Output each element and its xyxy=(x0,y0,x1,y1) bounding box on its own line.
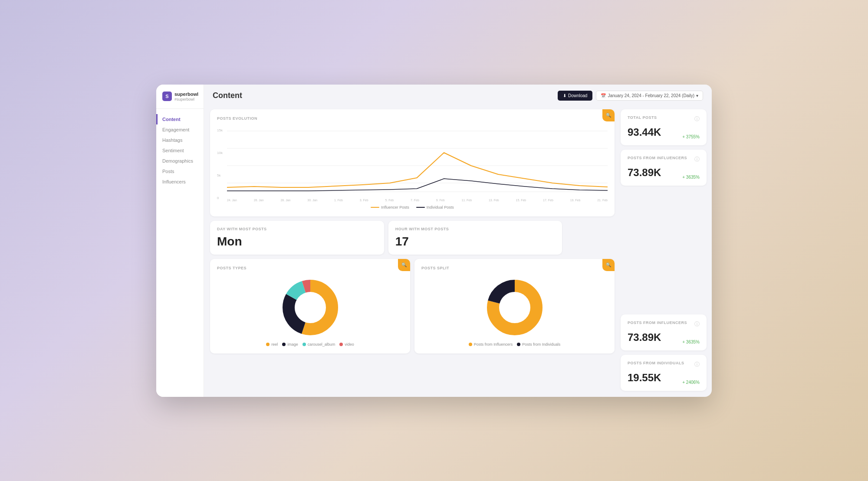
posts-influencers-top-card: POSTS FROM INFLUENCERS ⓘ 73.89K + 3635% xyxy=(621,150,707,186)
main-content: Content ⬇ Download 📅 January 24, 2024 - … xyxy=(204,85,712,397)
dot-reel xyxy=(266,343,270,346)
total-posts-card: TOTAL POSTS ⓘ 93.44K + 3755% xyxy=(621,109,707,145)
x-label-10: 13. Feb xyxy=(489,199,499,202)
dot-individuals xyxy=(517,343,520,346)
posts-split-title: POSTS SPLIT xyxy=(421,266,449,270)
posts-split-legend: Posts from Influencers Posts from Indivi… xyxy=(469,342,561,347)
posts-influencers-top-header: POSTS FROM INFLUENCERS ⓘ xyxy=(628,156,700,163)
page-title: Content xyxy=(213,91,242,100)
posts-evolution-card: 🔍 POSTS EVOLUTION 15k 10k 5k 0 xyxy=(210,109,615,216)
posts-types-donut xyxy=(280,277,341,338)
posts-types-card: 🔍 POSTS TYPES xyxy=(210,259,410,353)
body-layout: 🔍 POSTS EVOLUTION 15k 10k 5k 0 xyxy=(204,105,712,397)
hour-most-posts-card: HOUR WITH MOST POSTS 17 xyxy=(388,221,562,255)
donut-row: 🔍 POSTS TYPES xyxy=(210,259,615,353)
chart-legend: Influencer Posts Individual Posts xyxy=(217,205,608,209)
small-cards-row: DAY WITH MOST POSTS Mon HOUR WITH MOST P… xyxy=(210,221,615,255)
posts-split-card: 🔍 POSTS SPLIT xyxy=(414,259,615,353)
legend-influencer: Influencer Posts xyxy=(371,205,409,209)
sidebar-item-content[interactable]: Content xyxy=(156,114,204,124)
legend-video: video xyxy=(339,342,354,347)
legend-reel: reel xyxy=(266,342,278,347)
y-label-15k: 15k xyxy=(217,128,223,132)
posts-influencers-bottom-title: POSTS FROM INFLUENCERS xyxy=(628,321,687,325)
day-most-posts-value: Mon xyxy=(217,235,377,249)
header: Content ⬇ Download 📅 January 24, 2024 - … xyxy=(204,85,712,105)
posts-types-title: POSTS TYPES xyxy=(217,266,247,270)
total-posts-title: TOTAL POSTS xyxy=(628,115,657,120)
posts-types-corner-icon: 🔍 xyxy=(398,259,410,271)
posts-influencers-top-info-icon: ⓘ xyxy=(694,156,700,163)
sidebar-item-sentiment[interactable]: Sentiment xyxy=(156,145,204,156)
x-label-14: 21. Feb xyxy=(597,199,608,202)
hour-most-posts-title: HOUR WITH MOST POSTS xyxy=(395,227,556,231)
sidebar-item-posts[interactable]: Posts xyxy=(156,166,204,177)
posts-influencers-bottom-info-icon: ⓘ xyxy=(694,321,700,328)
y-label-0: 0 xyxy=(217,196,223,200)
app-name: superbowl xyxy=(174,92,198,97)
posts-evolution-corner-icon: 🔍 xyxy=(602,109,615,121)
posts-influencers-bottom-header: POSTS FROM INFLUENCERS ⓘ xyxy=(628,321,700,328)
svg-point-12 xyxy=(500,292,530,323)
total-posts-info-icon: ⓘ xyxy=(694,115,700,123)
posts-split-title-row: POSTS SPLIT xyxy=(421,266,608,273)
dot-influencers xyxy=(469,343,472,346)
legend-dot-influencer xyxy=(371,207,379,208)
posts-individuals-change: + 2406% xyxy=(682,380,700,385)
x-label-12: 17. Feb xyxy=(543,199,553,202)
total-posts-change: + 3755% xyxy=(682,134,700,139)
calendar-icon: 📅 xyxy=(601,93,606,98)
sidebar: S superbowl #superbowl Content Engagemen… xyxy=(156,85,204,397)
total-posts-header: TOTAL POSTS ⓘ xyxy=(628,115,700,123)
posts-evolution-title-row: POSTS EVOLUTION xyxy=(217,116,608,123)
posts-evolution-title: POSTS EVOLUTION xyxy=(217,116,257,121)
download-icon: ⬇ xyxy=(563,93,566,98)
x-label-4: 1. Feb xyxy=(334,199,343,202)
date-filter[interactable]: 📅 January 24, 2024 - February 22, 2024 (… xyxy=(596,91,703,101)
x-label-1: 26. Jan xyxy=(254,199,264,202)
posts-influencers-top-change: + 3635% xyxy=(682,175,700,180)
posts-evolution-svg xyxy=(227,127,608,196)
right-spacer xyxy=(621,190,707,310)
posts-individuals-header: POSTS FROM INDIVIDUALS ⓘ xyxy=(628,361,700,368)
posts-individuals-info-icon: ⓘ xyxy=(694,361,700,368)
posts-influencers-bottom-stat-row: 73.89K + 3635% xyxy=(628,331,700,344)
posts-split-corner-icon: 🔍 xyxy=(602,259,615,271)
legend-individual: Individual Posts xyxy=(416,205,454,209)
sidebar-logo: S superbowl #superbowl xyxy=(156,92,204,109)
x-label-13: 19. Feb xyxy=(570,199,581,202)
legend-image: image xyxy=(282,342,298,347)
x-label-3: 30. Jan xyxy=(307,199,317,202)
posts-individuals-title: POSTS FROM INDIVIDUALS xyxy=(628,361,684,365)
y-label-10k: 10k xyxy=(217,151,223,155)
x-label-2: 28. Jan xyxy=(280,199,290,202)
posts-influencers-bottom-value: 73.89K xyxy=(628,331,661,344)
sidebar-item-influencers[interactable]: Influencers xyxy=(156,177,204,187)
sidebar-nav: Content Engagement Hashtags Sentiment De… xyxy=(156,109,204,192)
y-label-5k: 5k xyxy=(217,173,223,177)
total-posts-value: 93.44K xyxy=(628,126,661,138)
x-label-6: 5. Feb xyxy=(385,199,394,202)
center-panel: 🔍 POSTS EVOLUTION 15k 10k 5k 0 xyxy=(204,105,621,397)
posts-influencers-top-stat-row: 73.89K + 3635% xyxy=(628,167,700,180)
day-most-posts-card: DAY WITH MOST POSTS Mon xyxy=(210,221,384,255)
posts-individuals-value: 19.55K xyxy=(628,372,661,384)
x-label-7: 7. Feb xyxy=(411,199,419,202)
posts-influencers-bottom-change: + 3635% xyxy=(682,340,700,344)
x-label-9: 11. Feb xyxy=(461,199,472,202)
chevron-down-icon: ▾ xyxy=(696,93,698,98)
sidebar-item-engagement[interactable]: Engagement xyxy=(156,124,204,135)
x-label-11: 15. Feb xyxy=(516,199,526,202)
legend-dot-individual xyxy=(416,207,425,208)
right-panel: TOTAL POSTS ⓘ 93.44K + 3755% POSTS FROM … xyxy=(621,105,712,397)
legend-individuals-split: Posts from Individuals xyxy=(517,342,560,347)
posts-influencers-top-title: POSTS FROM INFLUENCERS xyxy=(628,156,687,160)
sidebar-item-demographics[interactable]: Demographics xyxy=(156,156,204,166)
dot-carousel xyxy=(302,343,306,346)
sidebar-item-hashtags[interactable]: Hashtags xyxy=(156,135,204,145)
day-most-posts-title: DAY WITH MOST POSTS xyxy=(217,227,377,231)
total-posts-stat-row: 93.44K + 3755% xyxy=(628,126,700,139)
posts-individuals-stat-row: 19.55K + 2406% xyxy=(628,372,700,385)
logo-icon: S xyxy=(162,92,172,101)
download-button[interactable]: ⬇ Download xyxy=(558,91,592,101)
